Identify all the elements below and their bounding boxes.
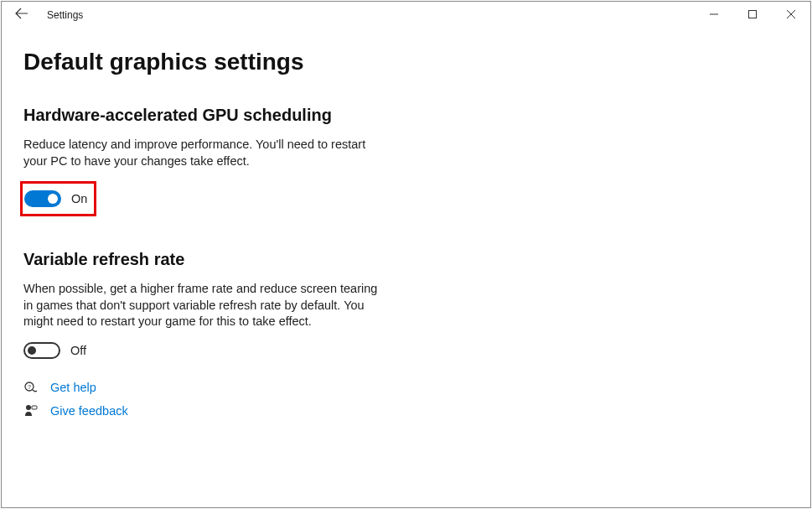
variable-refresh-description: When possible, get a higher frame rate a… bbox=[23, 281, 384, 330]
maximize-button[interactable] bbox=[733, 2, 772, 27]
gpu-scheduling-section: Hardware-accelerated GPU scheduling Redu… bbox=[23, 106, 789, 216]
svg-point-4 bbox=[26, 405, 31, 410]
gpu-scheduling-description: Reduce latency and improve performance. … bbox=[23, 137, 384, 169]
gpu-scheduling-toggle[interactable] bbox=[24, 190, 61, 207]
toggle-knob bbox=[28, 346, 36, 355]
get-help-row: ? Get help bbox=[23, 381, 789, 394]
window-title: Settings bbox=[47, 9, 83, 21]
variable-refresh-toggle[interactable] bbox=[23, 342, 60, 359]
window-controls bbox=[695, 2, 810, 27]
titlebar: Settings bbox=[2, 2, 810, 29]
settings-window: Settings Default graphics settings Har bbox=[1, 1, 811, 508]
toggle-knob bbox=[48, 194, 58, 204]
maximize-icon bbox=[748, 7, 757, 22]
give-feedback-link[interactable]: Give feedback bbox=[50, 404, 128, 418]
minimize-button[interactable] bbox=[695, 2, 733, 27]
gpu-scheduling-toggle-label: On bbox=[71, 192, 87, 205]
content-area: Default graphics settings Hardware-accel… bbox=[2, 29, 810, 418]
variable-refresh-section: Variable refresh rate When possible, get… bbox=[23, 250, 789, 359]
svg-rect-1 bbox=[749, 11, 757, 18]
page-title: Default graphics settings bbox=[23, 49, 789, 75]
arrow-left-icon bbox=[15, 7, 28, 23]
variable-refresh-heading: Variable refresh rate bbox=[23, 250, 789, 269]
feedback-icon bbox=[23, 404, 39, 418]
variable-refresh-toggle-label: Off bbox=[70, 344, 86, 357]
close-icon bbox=[787, 7, 795, 22]
close-button[interactable] bbox=[772, 2, 810, 27]
gpu-scheduling-toggle-row: On bbox=[24, 190, 87, 207]
highlight-annotation: On bbox=[20, 181, 96, 216]
give-feedback-row: Give feedback bbox=[23, 404, 789, 418]
gpu-scheduling-heading: Hardware-accelerated GPU scheduling bbox=[23, 106, 789, 125]
svg-text:?: ? bbox=[28, 383, 31, 389]
svg-rect-5 bbox=[32, 406, 37, 409]
minimize-icon bbox=[710, 7, 718, 22]
help-icon: ? bbox=[23, 381, 39, 394]
get-help-link[interactable]: Get help bbox=[50, 381, 96, 394]
back-button[interactable] bbox=[5, 3, 39, 28]
variable-refresh-toggle-row: Off bbox=[23, 342, 789, 359]
